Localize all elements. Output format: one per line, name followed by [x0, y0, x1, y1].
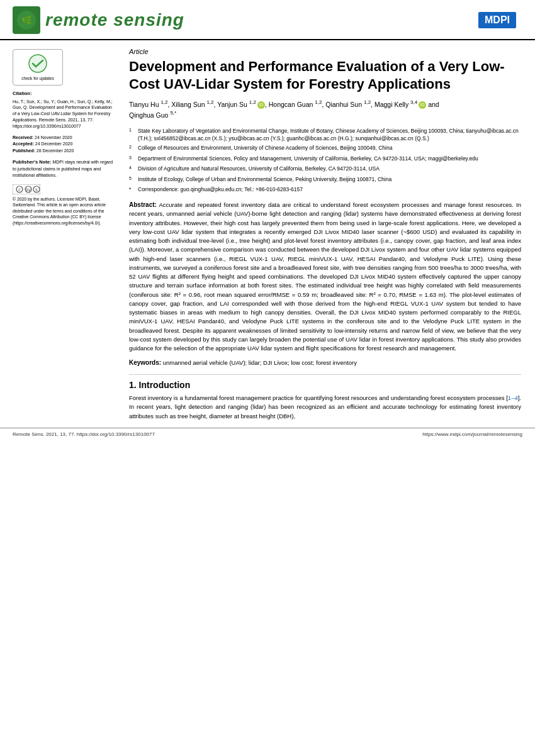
footer-left: Remote Sens. 2021, 13, 77. https://doi.o…: [13, 431, 155, 437]
check-updates-label: check for updates: [21, 75, 54, 81]
received-date: 24 November 2020: [35, 135, 72, 140]
published-line: Published: 28 December 2020: [13, 148, 114, 155]
cc-icon: c by $: [13, 184, 40, 194]
article-type-label: Article: [129, 48, 521, 55]
accepted-date: 24 December 2020: [35, 142, 73, 146]
check-updates-box: check for updates: [13, 49, 63, 86]
svg-text:by: by: [26, 187, 31, 192]
abstract-label: Abstract:: [129, 201, 157, 208]
checkmark-icon: [28, 53, 48, 74]
keywords-text: unmanned aerial vehicle (UAV); lidar; DJ…: [163, 359, 357, 366]
affil-3: 3 Department of Environmental Sciences, …: [129, 155, 521, 164]
affil-4: 4 Division of Agriculture and Natural Re…: [129, 165, 521, 174]
ref-1-4[interactable]: 1–4: [508, 394, 518, 401]
abstract-text: Accurate and repeated forest inventory d…: [129, 201, 521, 352]
keywords-block: Keywords: unmanned aerial vehicle (UAV);…: [129, 358, 521, 367]
affil-1: 1 State Key Laboratory of Vegetation and…: [129, 127, 521, 143]
affil-5: 5 Institute of Ecology, College of Urban…: [129, 175, 521, 185]
page-footer: Remote Sens. 2021, 13, 77. https://doi.o…: [0, 428, 535, 440]
svg-text:🌿: 🌿: [21, 15, 33, 26]
mdpi-logo: MDPI: [478, 12, 516, 28]
orcid-icon-kelly: iD: [419, 101, 426, 109]
affiliations-block: 1 State Key Laboratory of Vegetation and…: [129, 127, 521, 194]
published-label: Published:: [13, 148, 35, 153]
intro-heading: 1. Introduction: [129, 380, 521, 390]
check-for-updates-widget: check for updates: [13, 49, 114, 86]
main-content: check for updates Citation: Hu, T.; Sun,…: [0, 40, 535, 428]
citation-title: Citation:: [13, 91, 114, 97]
accepted-line: Accepted: 24 December 2020: [13, 141, 114, 148]
svg-text:c: c: [18, 187, 21, 192]
cc-icons-row: c by $: [13, 184, 114, 194]
citation-text: Hu, T.; Sun, X.; Su, Y.; Guan, H.; Sun, …: [13, 99, 114, 130]
orcid-icon-su: iD: [257, 101, 265, 109]
publisher-note-title: Publisher's Note:: [13, 159, 51, 165]
affil-2: 2 College of Resources and Environment, …: [129, 144, 521, 153]
abstract-block: Abstract: Accurate and repeated forest i…: [129, 200, 521, 353]
received-label: Received:: [13, 135, 33, 140]
copyright-text: © 2020 by the authors. Licensee MDPI, Ba…: [13, 196, 114, 226]
journal-logo: 🌿 remote sensing: [13, 6, 184, 34]
dates-box: Received: 24 November 2020 Accepted: 24 …: [13, 135, 114, 155]
publisher-note: Publisher's Note: MDPI stays neutral wit…: [13, 159, 114, 179]
section-divider: [129, 374, 521, 375]
keywords-label: Keywords:: [129, 359, 161, 366]
svg-point-2: [29, 55, 47, 72]
journal-name: remote sensing: [45, 10, 184, 30]
right-column: Article Development and Performance Eval…: [123, 40, 535, 428]
article-title: Development and Performance Evaluation o…: [129, 58, 521, 92]
journal-icon: 🌿: [13, 6, 40, 34]
affil-correspondence: * Correspondence: guo.qinghua@pku.edu.cn…: [129, 186, 521, 194]
published-date: 28 December 2020: [37, 148, 74, 153]
citation-box: Citation: Hu, T.; Sun, X.; Su, Y.; Guan,…: [13, 91, 114, 129]
footer-right: https://www.mdpi.com/journal/remotesensi…: [422, 431, 522, 437]
accepted-label: Accepted:: [13, 142, 34, 146]
authors-line: Tianyu Hu 1,2, Xiliang Sun 1,2, Yanjun S…: [129, 99, 521, 121]
intro-paragraph: Forest inventory is a fundamental forest…: [129, 394, 521, 421]
header-left: 🌿 remote sensing: [13, 6, 184, 34]
cc-license: c by $ © 2020 by the authors. Licensee M…: [13, 184, 114, 226]
left-column: check for updates Citation: Hu, T.; Sun,…: [0, 40, 123, 428]
received-line: Received: 24 November 2020: [13, 135, 114, 142]
header: 🌿 remote sensing MDPI: [0, 0, 535, 40]
page: 🌿 remote sensing MDPI check for updates: [0, 0, 535, 440]
